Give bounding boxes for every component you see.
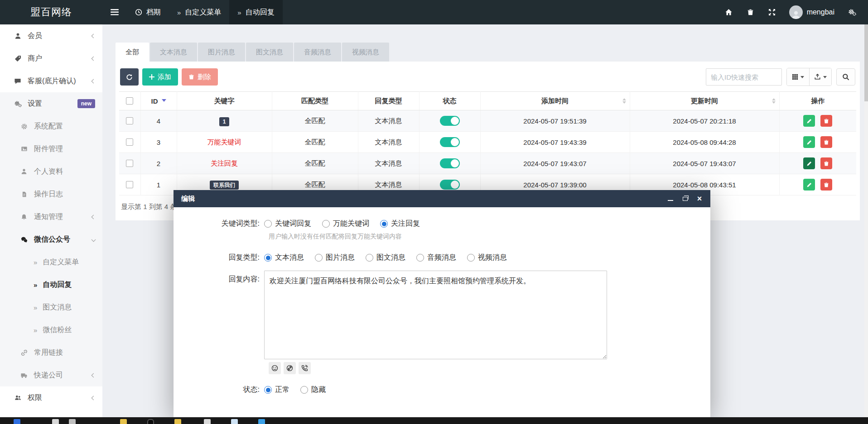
sidebar-item-service[interactable]: 客服(底片确认)	[0, 70, 102, 92]
sidebar-item-express-company[interactable]: 快递公司	[0, 364, 102, 386]
row-delete-button[interactable]	[820, 136, 832, 148]
user-menu[interactable]: mengbai	[783, 5, 841, 19]
radio-text-message[interactable]: 文本消息	[264, 253, 304, 262]
status-toggle[interactable]	[440, 180, 460, 190]
radio-audio-message[interactable]: 音频消息	[416, 253, 456, 262]
select-all-checkbox[interactable]	[126, 97, 133, 105]
radio-universal-keyword[interactable]: 万能关键词	[322, 219, 369, 229]
sidebar-item-operation-log[interactable]: 操作日志	[0, 183, 102, 205]
modal-header[interactable]: 编辑 ×	[174, 190, 710, 207]
sidebar-item-permissions[interactable]: 权限	[0, 386, 102, 409]
sidebar-item-wechat-official[interactable]: 微信公众号	[0, 228, 102, 251]
minimize-button[interactable]	[667, 195, 674, 202]
reply-type-label: 回复类型:	[174, 253, 264, 262]
row-delete-button[interactable]	[820, 179, 832, 191]
nav-tab-custom-menu[interactable]: » 自定义菜单	[169, 0, 229, 24]
insert-link-button[interactable]	[284, 362, 296, 374]
column-header-id[interactable]: ID	[140, 92, 177, 110]
sidebar-item-merchants[interactable]: 商户	[0, 47, 102, 70]
chevron-left-icon	[92, 33, 96, 38]
clear-cache-button[interactable]	[740, 0, 761, 24]
circle-icon[interactable]	[147, 419, 154, 424]
select-all-header[interactable]	[119, 92, 140, 110]
tab-audio-message[interactable]: 音频消息	[294, 43, 341, 62]
sidebar-item-articles[interactable]: » 图文消息	[0, 296, 102, 319]
search-input[interactable]	[706, 68, 782, 86]
trash-icon	[824, 139, 829, 145]
sidebar-item-notifications[interactable]: 通知管理	[0, 205, 102, 228]
radio-article-message[interactable]: 图文消息	[366, 253, 405, 262]
tab-image-message[interactable]: 图片消息	[198, 43, 245, 62]
radio-follow-reply[interactable]: 关注回复	[380, 219, 420, 229]
tab-text-message[interactable]: 文本消息	[150, 43, 197, 62]
folder-icon[interactable]	[204, 419, 211, 424]
insert-phone-button[interactable]	[299, 362, 311, 374]
status-toggle[interactable]	[440, 116, 460, 126]
sidebar-toggle-button[interactable]	[102, 0, 127, 24]
image-icon[interactable]	[231, 419, 238, 424]
folder-icon[interactable]	[174, 419, 181, 424]
delete-button[interactable]: 删除	[182, 68, 218, 86]
radio-video-message[interactable]: 视频消息	[467, 253, 507, 262]
column-header-keyword[interactable]: 关键字	[177, 92, 272, 110]
export-button[interactable]	[809, 68, 831, 86]
app-icon[interactable]	[69, 419, 76, 424]
sidebar-item-attachments[interactable]: 附件管理	[0, 138, 102, 160]
column-header-match-type[interactable]: 匹配类型	[272, 92, 358, 110]
tab-all[interactable]: 全部	[116, 43, 149, 62]
radio-icon	[315, 254, 323, 262]
refresh-button[interactable]	[120, 68, 139, 86]
tab-article-message[interactable]: 图文消息	[246, 43, 293, 62]
sidebar-item-profile[interactable]: 个人资料	[0, 160, 102, 183]
reply-content-textarea[interactable]: 欢迎关注厦门盟百网络科技有限公司公众号，我们主要照相馆预约管理系统开发。	[264, 271, 607, 359]
message-type-tabs: 全部 文本消息 图片消息 图文消息 音频消息 视频消息	[116, 43, 868, 62]
sidebar-item-system-config[interactable]: 系统配置	[0, 115, 102, 138]
sidebar-item-custom-menu[interactable]: » 自定义菜单	[0, 251, 102, 273]
tab-video-message[interactable]: 视频消息	[342, 43, 389, 62]
app-icon[interactable]	[52, 419, 59, 424]
sidebar-item-auto-reply[interactable]: » 自动回复	[0, 273, 102, 296]
status-toggle[interactable]	[440, 158, 460, 168]
sidebar-item-common-links[interactable]: 常用链接	[0, 341, 102, 364]
app-icon[interactable]	[258, 419, 265, 424]
nav-tab-schedule[interactable]: 档期	[127, 0, 169, 24]
status-toggle[interactable]	[440, 137, 460, 147]
column-header-created[interactable]: 添加时间	[480, 92, 630, 110]
columns-toggle-button[interactable]	[787, 68, 809, 86]
sidebar-item-settings[interactable]: 设置 new	[0, 92, 102, 115]
settings-button[interactable]	[841, 0, 863, 24]
edit-button[interactable]	[803, 136, 815, 148]
edit-button[interactable]	[803, 179, 815, 191]
scrollbar-thumb[interactable]	[864, 24, 868, 101]
column-header-status[interactable]: 状态	[419, 92, 480, 110]
modal-close-button[interactable]: ×	[696, 195, 703, 202]
home-button[interactable]	[718, 0, 740, 24]
edit-button[interactable]	[803, 115, 815, 127]
folder-icon[interactable]	[120, 419, 127, 424]
start-icon[interactable]	[14, 419, 20, 424]
row-delete-button[interactable]	[820, 157, 832, 169]
row-checkbox[interactable]	[126, 160, 133, 167]
row-delete-button[interactable]	[820, 115, 832, 127]
row-checkbox[interactable]	[126, 138, 133, 146]
radio-status-normal[interactable]: 正常	[264, 385, 289, 395]
gear-icon	[20, 123, 28, 130]
double-chevron-icon: »	[177, 9, 181, 16]
column-header-reply-type[interactable]: 回复类型	[358, 92, 419, 110]
sidebar-item-members[interactable]: 会员	[0, 24, 102, 47]
emoji-button[interactable]	[269, 362, 281, 374]
fullscreen-button[interactable]	[761, 0, 783, 24]
page-scrollbar[interactable]	[864, 24, 868, 417]
edit-button-active[interactable]	[803, 157, 815, 169]
sidebar-item-wechat-fans[interactable]: » 微信粉丝	[0, 319, 102, 341]
maximize-button[interactable]	[682, 195, 688, 202]
radio-keyword-reply[interactable]: 关键词回复	[264, 219, 311, 229]
row-checkbox[interactable]	[126, 117, 133, 124]
row-checkbox[interactable]	[126, 181, 133, 188]
search-button[interactable]	[836, 68, 855, 86]
add-button[interactable]: 添加	[142, 68, 178, 86]
column-header-updated[interactable]: 更新时间	[630, 92, 779, 110]
radio-status-hidden[interactable]: 隐藏	[300, 385, 326, 395]
radio-image-message[interactable]: 图片消息	[315, 253, 355, 262]
nav-tab-auto-reply[interactable]: » 自动回复	[229, 0, 282, 24]
